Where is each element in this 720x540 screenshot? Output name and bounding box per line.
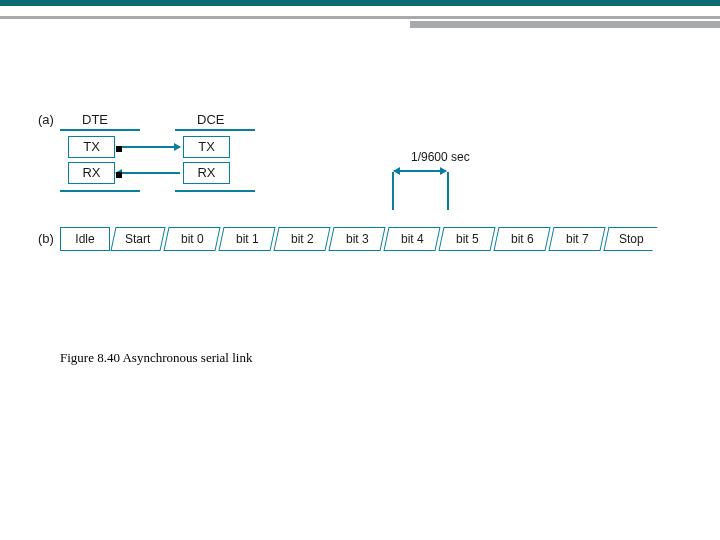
dce-header: DCE — [197, 112, 224, 127]
dte-bar — [60, 129, 140, 131]
part-a-label: (a) — [38, 112, 54, 127]
figure-container: (a) DTE DCE TX TX RX RX 1/9600 sec (b) I… — [38, 112, 694, 259]
dce-bar — [175, 129, 255, 131]
dce-tx-box: TX — [183, 136, 230, 158]
dce-bottom-bar — [175, 190, 255, 192]
dte-tx-box: TX — [68, 136, 115, 158]
dte-rx-box: RX — [68, 162, 115, 184]
seg-idle: Idle — [60, 227, 110, 251]
part-b-label: (b) — [38, 231, 54, 246]
part-b: (b) Idle Start bit 0 bit 1 bit 2 bit 3 b… — [38, 209, 694, 259]
seg-start: Start — [110, 227, 165, 251]
seg-bit3: bit 3 — [328, 227, 385, 251]
time-span-arrow — [394, 170, 446, 172]
seg-bit2: bit 2 — [273, 227, 330, 251]
part-a: (a) DTE DCE TX TX RX RX 1/9600 sec — [38, 112, 694, 197]
tick-right — [447, 172, 449, 210]
dte-header: DTE — [82, 112, 108, 127]
time-label: 1/9600 sec — [411, 150, 470, 164]
seg-bit4: bit 4 — [383, 227, 440, 251]
dce-rx-box: RX — [183, 162, 230, 184]
tick-left — [392, 172, 394, 210]
header-grey-full — [0, 16, 720, 19]
header-grey-right — [410, 21, 720, 28]
tx-arrow — [116, 146, 180, 148]
header-grey-bars — [0, 16, 720, 28]
rx-arrow — [116, 172, 180, 174]
figure-caption: Figure 8.40 Asynchronous serial link — [60, 350, 252, 366]
seg-bit1: bit 1 — [218, 227, 275, 251]
seg-bit0: bit 0 — [163, 227, 220, 251]
header-bars — [0, 0, 720, 28]
header-spacer — [0, 6, 720, 16]
seg-bit6: bit 6 — [493, 227, 550, 251]
seg-stop: Stop — [603, 227, 657, 251]
seg-bit5: bit 5 — [438, 227, 495, 251]
seg-bit7: bit 7 — [548, 227, 605, 251]
dte-bottom-bar — [60, 190, 140, 192]
